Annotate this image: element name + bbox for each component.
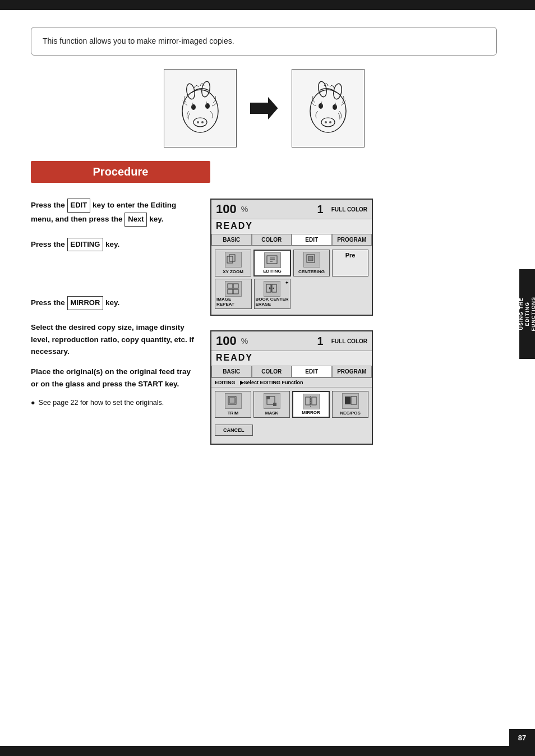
screen1-header: 100 % 1 FULL COLOR — [211, 200, 372, 219]
page-container: USING THEEDITINGFUNCTIONS 87 This functi… — [0, 0, 535, 756]
info-box: This function allows you to make mirror-… — [31, 27, 497, 56]
svg-rect-39 — [345, 397, 350, 404]
step4-instruction: Select the desired copy size, image dins… — [31, 321, 199, 358]
select-editing-text: ▶Select EDITING Function — [240, 380, 303, 385]
tab-edit-2[interactable]: EDIT — [292, 366, 332, 377]
right-side-tab: USING THEEDITINGFUNCTIONS — [519, 269, 535, 359]
screen1-tabs: BASIC COLOR EDIT PROGRAM — [211, 234, 372, 246]
svg-rect-32 — [229, 398, 235, 403]
editing-label-1: EDITING — [263, 269, 281, 274]
screen2-header: 100 % 1 FULL COLOR — [211, 331, 372, 351]
editing-label-2: EDITING — [215, 380, 236, 385]
cancel-row: CANCEL — [215, 420, 368, 440]
editing-btn-1[interactable]: EDITING — [253, 250, 291, 276]
svg-rect-34 — [266, 396, 270, 399]
tab-program-2[interactable]: PROGRAM — [332, 366, 372, 377]
mirror-key: MIRROR — [67, 296, 104, 310]
screen2-percent: 100 — [216, 334, 237, 348]
left-column: Press the EDIT key to enter the Editing … — [31, 199, 199, 408]
book-center-icon: ✦ — [264, 281, 280, 297]
trim-label: TRIM — [228, 411, 239, 416]
screen1-icons-row2: IMAGE REPEAT ✦ BOOK CENTER ERASE — [215, 279, 368, 309]
neg-pos-label: NEG/POS — [340, 411, 360, 416]
tab-program-1[interactable]: PROGRAM — [332, 234, 372, 246]
star-mark: ✦ — [285, 280, 289, 285]
screen1-status: READY — [211, 219, 372, 234]
trim-btn[interactable]: TRIM — [215, 391, 251, 418]
tab-edit-1[interactable]: EDIT — [292, 234, 332, 246]
right-tab-text: USING THEEDITINGFUNCTIONS — [518, 297, 535, 331]
svg-point-14 — [329, 121, 331, 123]
donkey-mirrored-svg — [297, 75, 359, 142]
svg-point-7 — [201, 121, 204, 123]
screen1-color-label: FULL COLOR — [331, 206, 367, 213]
image-repeat-btn[interactable]: IMAGE REPEAT — [215, 279, 252, 309]
svg-point-3 — [191, 104, 196, 110]
tab-color-1[interactable]: COLOR — [252, 234, 292, 246]
procedure-layout: Press the EDIT key to enter the Editing … — [31, 199, 497, 445]
screen-mockup-1: 100 % 1 FULL COLOR READY BASIC COLOR EDI… — [210, 199, 373, 316]
svg-rect-40 — [351, 397, 357, 404]
mask-btn[interactable]: MASK — [253, 391, 290, 418]
step5-bullet: ● See page 22 for how to set the origina… — [31, 398, 199, 408]
screen2-copies: 1 — [317, 335, 324, 348]
svg-rect-17 — [229, 255, 235, 261]
cancel-label: CANCEL — [223, 427, 245, 433]
screen1-percent: 100 — [216, 202, 237, 216]
screen2-editing-row: EDITING ▶Select EDITING Function — [211, 378, 372, 388]
screen2-tabs: BASIC COLOR EDIT PROGRAM — [211, 366, 372, 378]
tab-color-2[interactable]: COLOR — [252, 366, 292, 377]
arrow-right — [250, 97, 278, 119]
edit-key: EDIT — [67, 199, 91, 213]
centering-label: CENTERING — [298, 269, 325, 274]
svg-rect-16 — [227, 256, 233, 263]
screen2-status: READY — [211, 351, 372, 366]
tab-basic-2[interactable]: BASIC — [211, 366, 252, 377]
top-bar — [0, 0, 535, 10]
image-repeat-label: IMAGE REPEAT — [216, 297, 250, 307]
xy-zoom-btn[interactable]: XY ZOOM — [215, 250, 251, 276]
screen1-body: XY ZOOM EDITING — [211, 246, 372, 315]
mirror-btn[interactable]: MIRROR — [292, 391, 330, 418]
screen2-icons-row: TRIM MASK — [215, 391, 368, 418]
svg-rect-35 — [273, 403, 276, 406]
xy-zoom-icon — [225, 252, 242, 268]
svg-rect-25 — [233, 284, 238, 288]
svg-point-12 — [319, 103, 323, 109]
pre-label: Pre — [345, 252, 356, 259]
step1-instruction: Press the EDIT key to enter the Editing … — [31, 199, 199, 227]
images-section — [31, 69, 497, 147]
svg-rect-37 — [312, 397, 316, 405]
svg-point-6 — [197, 121, 199, 123]
info-text: This function allows you to make mirror-… — [43, 36, 234, 45]
image-repeat-icon — [225, 281, 242, 297]
centering-btn[interactable]: CENTERING — [293, 250, 330, 276]
svg-rect-26 — [228, 289, 233, 294]
next-key: Next — [124, 213, 147, 227]
screen-mockup-2: 100 % 1 FULL COLOR READY BASIC COLOR EDI… — [210, 330, 373, 445]
procedure-header: Procedure — [31, 161, 210, 183]
svg-rect-36 — [306, 397, 310, 405]
step3-instruction: Press the MIRROR key. — [31, 296, 199, 310]
screen2-color-label: FULL COLOR — [331, 338, 367, 344]
screen2-percent-sign: % — [241, 336, 248, 345]
mask-icon — [264, 393, 280, 409]
mask-label: MASK — [265, 411, 279, 416]
book-center-btn[interactable]: ✦ BOOK CENTER ERASE — [254, 279, 291, 309]
step2-instruction: Press the EDITING key. — [31, 238, 199, 252]
svg-point-0 — [182, 90, 218, 132]
editing-key: EDITING — [67, 238, 104, 252]
mirror-icon — [303, 394, 320, 409]
svg-point-15 — [325, 121, 327, 123]
donkey-mirrored — [292, 69, 365, 147]
mirror-label: MIRROR — [302, 410, 320, 415]
neg-pos-btn[interactable]: NEG/POS — [332, 391, 368, 418]
tab-basic-1[interactable]: BASIC — [211, 234, 252, 246]
bullet-dot: ● — [31, 398, 35, 408]
donkey-original-svg — [169, 75, 231, 142]
donkey-original — [164, 69, 237, 147]
pre-btn[interactable]: Pre — [332, 250, 368, 276]
centering-icon — [303, 252, 320, 268]
right-column: 100 % 1 FULL COLOR READY BASIC COLOR EDI… — [210, 199, 497, 445]
cancel-btn[interactable]: CANCEL — [215, 425, 253, 436]
